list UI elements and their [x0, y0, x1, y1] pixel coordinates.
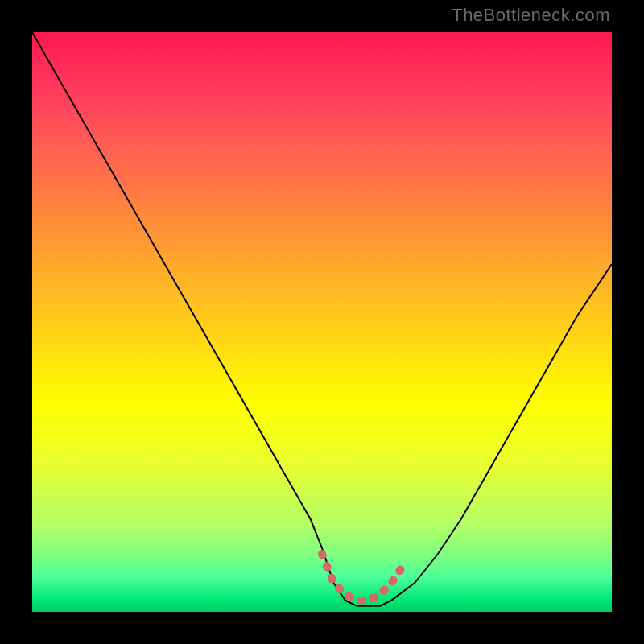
curve-svg — [32, 32, 612, 612]
chart-frame: TheBottleneck.com — [0, 0, 644, 644]
watermark-text: TheBottleneck.com — [452, 5, 610, 26]
plot-area — [32, 32, 612, 612]
highlight-band-path — [322, 554, 403, 601]
bottleneck-curve-path — [32, 32, 612, 606]
